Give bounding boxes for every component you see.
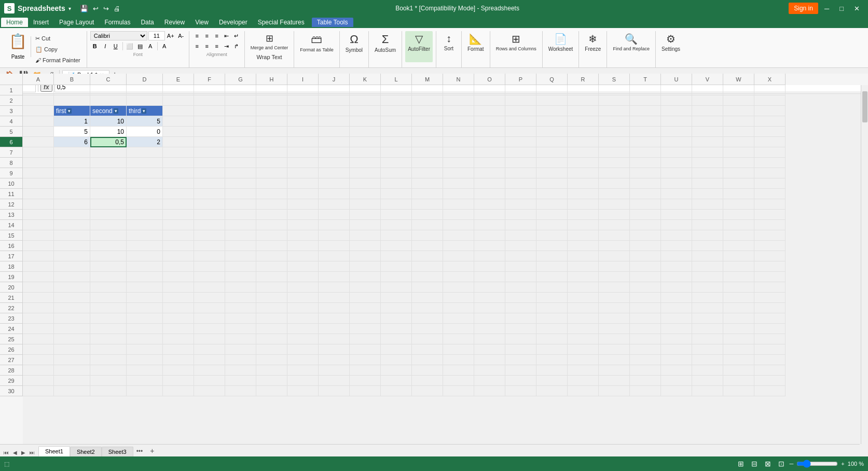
minimize-button[interactable]: ─ <box>820 4 833 13</box>
cell-K1[interactable] <box>350 85 381 94</box>
col-header-T[interactable]: T <box>630 74 661 85</box>
cell-O1[interactable] <box>474 85 505 94</box>
col-header-K[interactable]: K <box>350 74 381 85</box>
restore-button[interactable]: □ <box>835 4 848 13</box>
cell-W1[interactable] <box>723 85 754 94</box>
text-direction-button[interactable]: ↵ <box>232 31 241 40</box>
col-header-B[interactable]: B <box>54 74 90 85</box>
col-header-Q[interactable]: Q <box>536 74 568 85</box>
cell-F1[interactable] <box>194 85 225 94</box>
tab-data[interactable]: Data <box>135 18 159 27</box>
cell-V1[interactable] <box>692 85 723 94</box>
cell-X1[interactable] <box>754 85 786 94</box>
col-header-J[interactable]: J <box>319 74 350 85</box>
align-bottom-left-button[interactable]: ≡ <box>192 41 202 51</box>
cell-I1[interactable] <box>287 85 319 94</box>
tab-view[interactable]: View <box>190 18 214 27</box>
undo-button[interactable]: ↩ <box>91 4 100 13</box>
tab-developer[interactable]: Developer <box>214 18 253 27</box>
tab-review[interactable]: Review <box>159 18 190 27</box>
col-header-V[interactable]: V <box>692 74 723 85</box>
col-header-E[interactable]: E <box>163 74 194 85</box>
signin-button[interactable]: Sign in <box>789 3 818 14</box>
worksheet-button[interactable]: 📄 Worksheet <box>546 31 576 62</box>
cell-H1[interactable] <box>256 85 287 94</box>
underline-button[interactable]: U <box>111 41 120 51</box>
cell-Q1[interactable] <box>536 85 568 94</box>
cell-D1[interactable] <box>127 85 163 94</box>
autosum-button[interactable]: Σ AutoSum <box>372 31 398 62</box>
settings-button[interactable]: ⚙ Settings <box>659 31 683 62</box>
cell-J1[interactable] <box>319 85 350 94</box>
merge-center-button[interactable]: ⊞ Merge and Center <box>248 31 291 52</box>
tab-page-layout[interactable]: Page Layout <box>54 18 99 27</box>
font-name-select[interactable]: Calibri <box>90 31 147 40</box>
save-button[interactable]: 💾 <box>78 4 90 13</box>
cell-S1[interactable] <box>599 85 630 94</box>
cell-N1[interactable] <box>443 85 474 94</box>
print-button[interactable]: 🖨 <box>112 4 122 13</box>
col-header-C[interactable]: C <box>90 74 127 85</box>
col-header-L[interactable]: L <box>381 74 412 85</box>
row-header-1[interactable]: 1 <box>0 85 23 94</box>
cell-C1[interactable] <box>90 85 127 94</box>
col-header-N[interactable]: N <box>443 74 474 85</box>
font-size-input[interactable] <box>148 31 165 40</box>
close-button[interactable]: ✕ <box>850 4 864 13</box>
redo-button[interactable]: ↪ <box>102 4 111 13</box>
italic-button[interactable]: I <box>101 41 110 51</box>
sort-button[interactable]: ↕ Sort <box>439 31 458 62</box>
tab-formulas[interactable]: Formulas <box>99 18 135 27</box>
col-header-U[interactable]: U <box>661 74 692 85</box>
cell-B1[interactable] <box>54 85 90 94</box>
tab-table-tools[interactable]: Table Tools <box>312 18 353 27</box>
tab-special-features[interactable]: Special Features <box>253 18 310 27</box>
cell-U1[interactable] <box>661 85 692 94</box>
wrap-text-button[interactable]: Wrap Text <box>253 52 285 62</box>
symbol-button[interactable]: Ω Symbol <box>343 31 365 62</box>
align-bottom-center-button[interactable]: ≡ <box>202 41 212 51</box>
border-button[interactable]: ⬜ <box>125 41 134 51</box>
col-header-W[interactable]: W <box>723 74 754 85</box>
font-color-button[interactable]: A <box>146 41 155 51</box>
copy-button[interactable]: 📋 Copy <box>32 44 84 54</box>
font-size-decrease-button[interactable]: A- <box>176 31 186 40</box>
paste-button[interactable]: 📋 Paste <box>6 31 30 62</box>
align-top-right-button[interactable]: ≡ <box>212 31 222 40</box>
align-top-center-button[interactable]: ≡ <box>202 31 212 40</box>
cell-G1[interactable] <box>225 85 256 94</box>
cell-P1[interactable] <box>505 85 536 94</box>
col-header-F[interactable]: F <box>194 74 225 85</box>
indent-increase-button[interactable]: ⇥ <box>222 41 231 51</box>
find-replace-button[interactable]: 🔍 Find and Replace <box>610 31 652 62</box>
col-header-D[interactable]: D <box>127 74 163 85</box>
col-header-I[interactable]: I <box>287 74 319 85</box>
rows-columns-button[interactable]: ⊞ Rows and Columns <box>493 31 539 62</box>
cell-T1[interactable] <box>630 85 661 94</box>
align-bottom-right-button[interactable]: ≡ <box>212 41 222 51</box>
tab-insert[interactable]: Insert <box>28 18 54 27</box>
font-color2-button[interactable]: A <box>160 41 169 51</box>
cell-M1[interactable] <box>412 85 443 94</box>
col-header-H[interactable]: H <box>256 74 287 85</box>
cell-A1[interactable] <box>23 85 54 94</box>
col-header-X[interactable]: X <box>754 74 786 85</box>
indent-decrease-button[interactable]: ⇤ <box>222 31 231 40</box>
col-header-P[interactable]: P <box>505 74 536 85</box>
format-painter-button[interactable]: 🖌 Format Painter <box>32 55 84 65</box>
autofilter-button[interactable]: ▽ AutoFilter <box>405 31 433 62</box>
select-all-button[interactable] <box>0 74 23 85</box>
cell-L1[interactable] <box>381 85 412 94</box>
tab-home[interactable]: Home <box>1 18 28 27</box>
scrollbar-thumb[interactable] <box>862 91 867 94</box>
col-header-R[interactable]: R <box>568 74 599 85</box>
col-header-M[interactable]: M <box>412 74 443 85</box>
bold-button[interactable]: B <box>90 41 100 51</box>
cell-R1[interactable] <box>568 85 599 94</box>
format-as-table-button[interactable]: 🗃 Format as Table <box>297 31 336 62</box>
fill-color-button[interactable]: ▤ <box>135 41 145 51</box>
cut-button[interactable]: ✂ Cut <box>32 33 84 44</box>
col-header-S[interactable]: S <box>599 74 630 85</box>
align-top-left-button[interactable]: ≡ <box>192 31 202 40</box>
angle-text-button[interactable]: ↱ <box>232 41 241 51</box>
